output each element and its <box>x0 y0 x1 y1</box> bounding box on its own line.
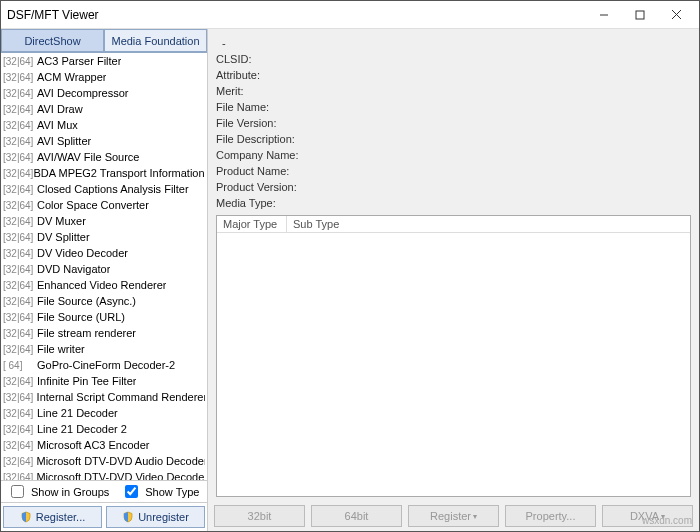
filter-name: DV Muxer <box>37 215 86 227</box>
filter-name: Line 21 Decoder <box>37 407 118 419</box>
col-major-type: Major Type <box>217 216 287 232</box>
filter-name: File Source (URL) <box>37 311 125 323</box>
bits-label: [32|64] <box>3 248 37 259</box>
filter-name: AVI Draw <box>37 103 83 115</box>
list-item[interactable]: [32|64]DVD Navigator <box>1 261 207 277</box>
minimize-button[interactable] <box>587 4 621 26</box>
filter-name: DV Splitter <box>37 231 90 243</box>
bits-label: [32|64] <box>3 104 37 115</box>
bits-label: [32|64] <box>3 232 37 243</box>
list-item[interactable]: [32|64]Microsoft DTV-DVD Audio Decoder <box>1 453 207 469</box>
list-item[interactable]: [32|64]AVI Splitter <box>1 133 207 149</box>
filter-name: Closed Captions Analysis Filter <box>37 183 189 195</box>
bits-label: [32|64] <box>3 72 37 83</box>
shield-icon <box>122 511 134 523</box>
bits-label: [32|64] <box>3 152 37 163</box>
show-in-groups-checkbox[interactable]: Show in Groups <box>7 482 109 501</box>
list-item[interactable]: [32|64]Internal Script Command Renderer <box>1 389 207 405</box>
tab-mediafoundation[interactable]: Media Foundation <box>104 29 207 52</box>
filter-list[interactable]: [32|64]AC3 Parser Filter[32|64]ACM Wrapp… <box>1 53 207 481</box>
show-type-checkbox[interactable]: Show Type <box>121 482 199 501</box>
btn-32bit[interactable]: 32bit <box>214 505 305 527</box>
label-filedesc: File Description: <box>216 131 691 147</box>
svg-rect-1 <box>636 11 644 19</box>
register-button[interactable]: Register... <box>3 506 102 528</box>
list-item[interactable]: [32|64]AVI Draw <box>1 101 207 117</box>
filter-name: BDA MPEG2 Transport Information Filter <box>33 167 205 179</box>
label-productver: Product Version: <box>216 179 691 195</box>
list-item[interactable]: [32|64]File Source (Async.) <box>1 293 207 309</box>
filter-name: AVI Mux <box>37 119 78 131</box>
filter-name: File Source (Async.) <box>37 295 136 307</box>
filter-name: Microsoft AC3 Encoder <box>37 439 150 451</box>
list-item[interactable]: [32|64]Line 21 Decoder <box>1 405 207 421</box>
tab-directshow[interactable]: DirectShow <box>1 29 104 52</box>
bits-label: [32|64] <box>3 216 37 227</box>
bits-label: [32|64] <box>3 424 37 435</box>
bits-label: [32|64] <box>3 472 36 482</box>
unregister-button[interactable]: Unregister <box>106 506 205 528</box>
list-item[interactable]: [32|64]DV Muxer <box>1 213 207 229</box>
filter-name: AVI Decompressor <box>37 87 129 99</box>
btn-dxva[interactable]: DXVA▾ <box>602 505 693 527</box>
detail-title: - <box>216 35 691 51</box>
list-item[interactable]: [ 64]GoPro-CineForm Decoder-2 <box>1 357 207 373</box>
label-mediatype: Media Type: <box>216 195 691 211</box>
list-item[interactable]: [32|64]Line 21 Decoder 2 <box>1 421 207 437</box>
chevron-down-icon: ▾ <box>473 512 477 521</box>
col-sub-type: Sub Type <box>287 216 345 232</box>
filter-name: DVD Navigator <box>37 263 110 275</box>
list-item[interactable]: [32|64]Color Space Converter <box>1 197 207 213</box>
list-item[interactable]: [32|64]ACM Wrapper <box>1 69 207 85</box>
filter-name: Infinite Pin Tee Filter <box>37 375 136 387</box>
shield-icon <box>20 511 32 523</box>
bits-label: [32|64] <box>3 328 37 339</box>
bits-label: [32|64] <box>3 88 37 99</box>
show-type-input[interactable] <box>125 485 138 498</box>
filter-name: File stream renderer <box>37 327 136 339</box>
list-item[interactable]: [32|64]AVI Mux <box>1 117 207 133</box>
list-item[interactable]: [32|64]File stream renderer <box>1 325 207 341</box>
bits-label: [32|64] <box>3 440 37 451</box>
btn-property[interactable]: Property... <box>505 505 596 527</box>
left-buttons: Register... Unregister <box>1 503 207 531</box>
bits-label: [32|64] <box>3 312 37 323</box>
chevron-down-icon: ▾ <box>661 512 665 521</box>
bits-label: [32|64] <box>3 456 36 467</box>
bits-label: [32|64] <box>3 376 37 387</box>
label-merit: Merit: <box>216 83 691 99</box>
media-type-header: Major Type Sub Type <box>217 216 690 233</box>
list-item[interactable]: [32|64]Microsoft AC3 Encoder <box>1 437 207 453</box>
filter-name: Enhanced Video Renderer <box>37 279 166 291</box>
filter-name: Line 21 Decoder 2 <box>37 423 127 435</box>
label-fileversion: File Version: <box>216 115 691 131</box>
list-item[interactable]: [32|64]File Source (URL) <box>1 309 207 325</box>
list-item[interactable]: [32|64]Enhanced Video Renderer <box>1 277 207 293</box>
list-item[interactable]: [32|64]Infinite Pin Tee Filter <box>1 373 207 389</box>
list-item[interactable]: [32|64]File writer <box>1 341 207 357</box>
btn-register[interactable]: Register▾ <box>408 505 499 527</box>
show-in-groups-input[interactable] <box>11 485 24 498</box>
filter-name: Color Space Converter <box>37 199 149 211</box>
bits-label: [32|64] <box>3 184 37 195</box>
filter-name: File writer <box>37 343 85 355</box>
list-item[interactable]: [32|64]Microsoft DTV-DVD Video Decoder <box>1 469 207 481</box>
btn-64bit[interactable]: 64bit <box>311 505 402 527</box>
bits-label: [32|64] <box>3 408 37 419</box>
left-panel: DirectShow Media Foundation [32|64]AC3 P… <box>1 29 208 531</box>
minimize-icon <box>599 10 609 20</box>
list-item[interactable]: [32|64]BDA MPEG2 Transport Information F… <box>1 165 207 181</box>
label-filename: File Name: <box>216 99 691 115</box>
options-bar: Show in Groups Show Type <box>1 481 207 503</box>
close-button[interactable] <box>659 4 693 26</box>
list-item[interactable]: [32|64]AVI/WAV File Source <box>1 149 207 165</box>
label-company: Company Name: <box>216 147 691 163</box>
list-item[interactable]: [32|64]DV Splitter <box>1 229 207 245</box>
list-item[interactable]: [32|64]AVI Decompressor <box>1 85 207 101</box>
list-item[interactable]: [32|64]AC3 Parser Filter <box>1 53 207 69</box>
list-item[interactable]: [32|64]Closed Captions Analysis Filter <box>1 181 207 197</box>
bits-label: [32|64] <box>3 280 37 291</box>
maximize-button[interactable] <box>623 4 657 26</box>
filter-name: AVI Splitter <box>37 135 91 147</box>
list-item[interactable]: [32|64]DV Video Decoder <box>1 245 207 261</box>
